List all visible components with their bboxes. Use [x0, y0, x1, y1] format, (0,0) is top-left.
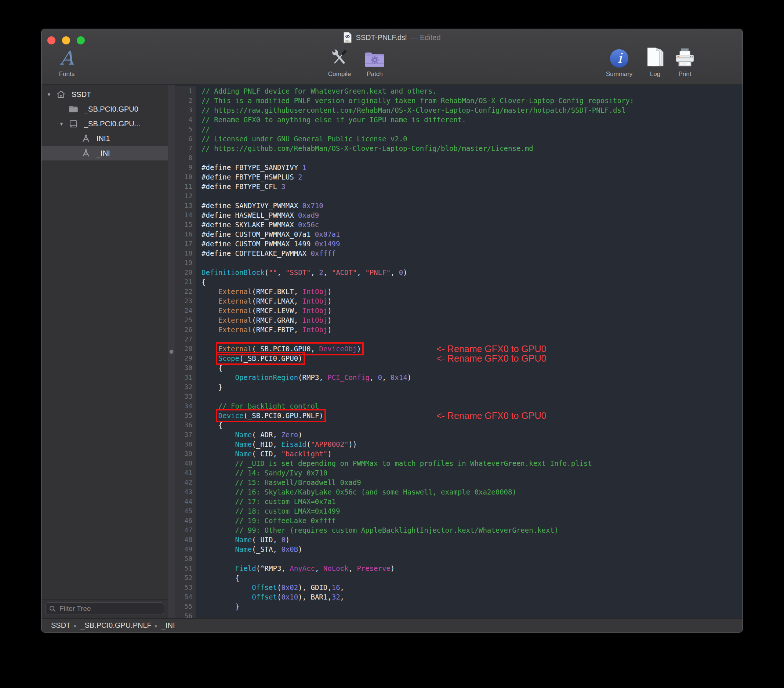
sidebar-item-sb-pci0-gpu[interactable]: ▼_SB.PCI0.GPU... — [41, 116, 168, 131]
code-line-28[interactable]: 28 External(_SB.PCI0.GPU0, DeviceObj)<- … — [175, 344, 743, 353]
code-line-47[interactable]: 47 // 99: Other (requires custom AppleBa… — [175, 525, 743, 535]
code-line-2[interactable]: 2// This is a modified PNLF version orig… — [175, 96, 743, 106]
breadcrumb-item[interactable]: SSDT — [51, 621, 71, 630]
code-line-17[interactable]: 17#define CUSTOM_PWMMAX_1499 0x1499 — [175, 239, 743, 249]
code-text: #define SKYLAKE_PWMMAX 0x56c — [196, 220, 319, 229]
code-line-3[interactable]: 3// https://raw.githubusercontent.com/Re… — [175, 106, 743, 115]
code-line-43[interactable]: 43 // 16: Skylake/KabyLake 0x56c (and so… — [175, 487, 743, 497]
line-number: 5 — [175, 124, 196, 134]
line-number: 34 — [175, 401, 196, 411]
code-text: // Rename GFX0 to anything else if your … — [196, 115, 466, 124]
code-line-11[interactable]: 11#define FBTYPE_CFL 3 — [175, 182, 743, 191]
line-number: 32 — [175, 382, 196, 392]
code-line-23[interactable]: 23 External(RMCF.LMAX, IntObj) — [175, 296, 743, 306]
line-number: 15 — [175, 220, 196, 229]
code-line-24[interactable]: 24 External(RMCF.LEVW, IntObj) — [175, 306, 743, 315]
split-divider[interactable] — [168, 85, 175, 618]
device-icon — [69, 119, 80, 129]
code-line-45[interactable]: 45 // 18: custom LMAX=0x1499 — [175, 506, 743, 516]
code-line-56[interactable]: 56 — [175, 611, 743, 618]
sidebar-item-ssdt[interactable]: ▼SSDT — [41, 87, 168, 102]
code-line-10[interactable]: 10#define FBTYPE_HSWPLUS 2 — [175, 172, 743, 182]
code-line-12[interactable]: 12 — [175, 191, 743, 201]
code-line-7[interactable]: 7// https://github.com/RehabMan/OS-X-Clo… — [175, 144, 743, 153]
code-line-42[interactable]: 42 // 15: Haswell/Broadwell 0xad9 — [175, 478, 743, 487]
code-line-35[interactable]: 35 Device(_SB.PCI0.GPU.PNLF)<- Rename GF… — [175, 411, 743, 421]
code-line-32[interactable]: 32 } — [175, 382, 743, 392]
code-text — [196, 611, 201, 618]
code-text: #define COFFEELAKE_PWMMAX 0xffff — [196, 249, 336, 258]
method-icon — [81, 148, 92, 158]
code-line-39[interactable]: 39 Name(_CID, "backlight") — [175, 449, 743, 459]
code-line-13[interactable]: 13#define SANDYIVY_PWMMAX 0x710 — [175, 201, 743, 210]
code-line-50[interactable]: 50 — [175, 554, 743, 564]
code-line-8[interactable]: 8 — [175, 153, 743, 163]
code-line-4[interactable]: 4// Rename GFX0 to anything else if your… — [175, 115, 743, 124]
code-line-38[interactable]: 38 Name(_HID, EisaId("APP0002")) — [175, 439, 743, 449]
code-line-44[interactable]: 44 // 17: custom LMAX=0x7a1 — [175, 497, 743, 506]
code-line-9[interactable]: 9#define FBTYPE_SANDYIVY 1 — [175, 163, 743, 172]
code-text: // 99: Other (requires custom AppleBackl… — [196, 525, 558, 535]
line-number: 6 — [175, 134, 196, 144]
code-line-19[interactable]: 19 — [175, 258, 743, 267]
sidebar-item-ini[interactable]: _INI — [41, 146, 168, 160]
code-text: #define CUSTOM_PWMMAX_07a1 0x07a1 — [196, 229, 340, 239]
breadcrumb-item[interactable]: _INI — [161, 621, 175, 630]
code-line-55[interactable]: 55 } — [175, 602, 743, 611]
filter-tree-input[interactable] — [59, 604, 160, 613]
code-line-36[interactable]: 36 { — [175, 421, 743, 430]
code-line-34[interactable]: 34 // For backlight control — [175, 401, 743, 411]
code-line-46[interactable]: 46 // 19: CoffeeLake 0xffff — [175, 516, 743, 525]
code-line-20[interactable]: 20DefinitionBlock("", "SSDT", 2, "ACDT",… — [175, 267, 743, 277]
code-line-37[interactable]: 37 Name(_ADR, Zero) — [175, 430, 743, 439]
disclosure-triangle-icon[interactable]: ▼ — [47, 92, 56, 97]
code-line-51[interactable]: 51 Field(^RMP3, AnyAcc, NoLock, Preserve… — [175, 564, 743, 573]
code-text: // https://github.com/RehabMan/OS-X-Clov… — [196, 144, 533, 153]
code-line-25[interactable]: 25 External(RMCF.GRAN, IntObj) — [175, 315, 743, 325]
code-line-53[interactable]: 53 Offset(0x02), GDID,16, — [175, 582, 743, 592]
code-line-48[interactable]: 48 Name(_UID, 0) — [175, 535, 743, 544]
code-line-1[interactable]: 1// Adding PNLF device for WhateverGreen… — [175, 86, 743, 96]
code-line-52[interactable]: 52 { — [175, 573, 743, 582]
code-line-5[interactable]: 5// — [175, 124, 743, 134]
code-line-31[interactable]: 31 OperationRegion(RMP3, PCI_Config, 0, … — [175, 373, 743, 382]
code-line-29[interactable]: 29 Scope(_SB.PCI0.GPU0)<- Rename GFX0 to… — [175, 353, 743, 363]
line-number: 8 — [175, 153, 196, 163]
code-line-49[interactable]: 49 Name(_STA, 0x0B) — [175, 544, 743, 554]
print-button[interactable]: Print — [665, 45, 705, 78]
breadcrumb-item[interactable]: _SB.PCI0.GPU.PNLF — [81, 621, 151, 630]
status-bar: SSDT▸_SB.PCI0.GPU.PNLF▸_INI — [41, 618, 743, 632]
code-text: External(RMCF.BKLT, IntObj) — [196, 287, 332, 296]
code-line-15[interactable]: 15#define SKYLAKE_PWMMAX 0x56c — [175, 220, 743, 229]
code-text — [196, 554, 201, 564]
filter-field[interactable] — [45, 602, 164, 615]
maciasl-window: DSL SSDT-PNLF.dsl — Edited A Fonts — [41, 29, 743, 633]
code-line-6[interactable]: 6// Licensed under GNU General Public Li… — [175, 134, 743, 144]
code-line-41[interactable]: 41 // 14: Sandy/Ivy 0x710 — [175, 468, 743, 478]
code-editor[interactable]: 1// Adding PNLF device for WhateverGreen… — [175, 85, 743, 618]
code-line-26[interactable]: 26 External(RMCF.FBTP, IntObj) — [175, 325, 743, 335]
code-line-27[interactable]: 27 — [175, 335, 743, 344]
patch-button[interactable]: Patch — [354, 45, 395, 78]
code-line-18[interactable]: 18#define COFFEELAKE_PWMMAX 0xffff — [175, 249, 743, 258]
summary-button[interactable]: i Summary — [599, 45, 639, 78]
sidebar-item-ini1[interactable]: INI1 — [41, 131, 168, 146]
fonts-button[interactable]: A Fonts — [47, 45, 87, 78]
code-text: External(RMCF.LMAX, IntObj) — [196, 296, 332, 306]
code-line-33[interactable]: 33 — [175, 392, 743, 401]
compile-button[interactable]: Compile — [320, 45, 360, 78]
line-number: 11 — [175, 182, 196, 191]
code-line-14[interactable]: 14#define HASWELL_PWMMAX 0xad9 — [175, 210, 743, 220]
code-line-21[interactable]: 21{ — [175, 277, 743, 287]
code-line-54[interactable]: 54 Offset(0x10), BAR1,32, — [175, 592, 743, 602]
document-proxy-icon[interactable]: DSL — [343, 32, 352, 43]
code-text: #define CUSTOM_PWMMAX_1499 0x1499 — [196, 239, 340, 249]
code-line-40[interactable]: 40 // _UID is set depending on PWMMax to… — [175, 459, 743, 468]
disclosure-triangle-icon[interactable]: ▼ — [59, 121, 69, 127]
code-line-22[interactable]: 22 External(RMCF.BKLT, IntObj) — [175, 287, 743, 296]
window-title-edited: — Edited — [410, 33, 440, 42]
sidebar-item-sb-pci0-gpu0[interactable]: _SB.PCI0.GPU0 — [41, 102, 168, 116]
code-line-16[interactable]: 16#define CUSTOM_PWMMAX_07a1 0x07a1 — [175, 229, 743, 239]
code-line-30[interactable]: 30 { — [175, 363, 743, 373]
divider-handle[interactable] — [170, 350, 174, 353]
